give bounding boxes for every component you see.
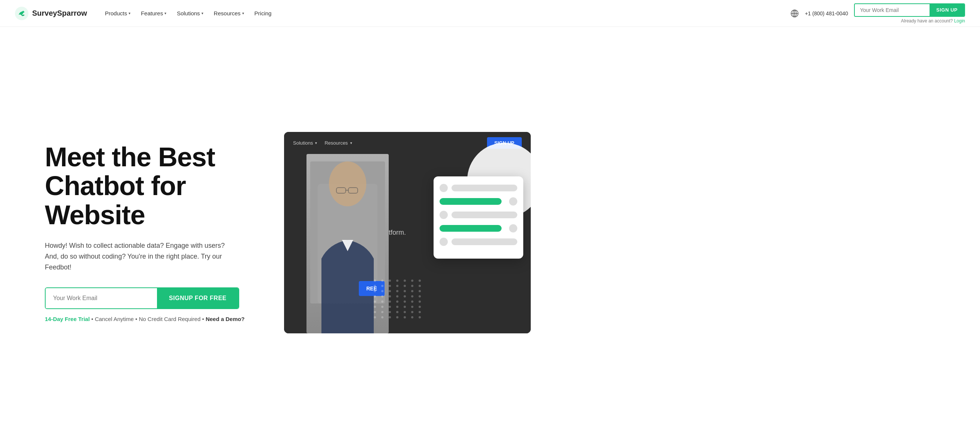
mockup-resources-link: Resources ▾: [325, 140, 352, 146]
dot-grid-item: [374, 316, 376, 319]
dot-grid-item: [418, 290, 421, 292]
dot-grid-item: [396, 295, 398, 298]
chat-avatar-1: [439, 184, 448, 192]
chat-bubble-5: [452, 239, 517, 245]
dot-grid: // Will render dots via JS below: [374, 280, 423, 319]
dot-grid-item: [411, 295, 414, 298]
dot-grid-item: [389, 316, 391, 319]
dot-grid-item: [389, 295, 391, 298]
svg-point-7: [329, 161, 366, 206]
dot-grid-item: [404, 280, 406, 282]
dot-grid-item: [396, 285, 398, 287]
chat-bubble-green-2: [439, 225, 501, 232]
chevron-down-icon: ▾: [202, 11, 203, 15]
dot-grid-item: [418, 316, 421, 319]
hero-section: Meet the Best Chatbot for Website Howdy!…: [0, 27, 980, 438]
logo[interactable]: SurveySparrow: [15, 7, 87, 20]
dot-grid-item: [389, 280, 391, 282]
mockup-nav-links: Solutions ▾ Resources ▾: [293, 140, 352, 146]
trial-text: 14-Day Free Trial: [45, 316, 90, 322]
nav-solutions[interactable]: Solutions ▾: [172, 7, 208, 19]
chat-avatar-2: [509, 197, 517, 205]
hero-mockup: Solutions ▾ Resources ▾ SIGN UP: [284, 132, 531, 333]
dot-grid-item: [411, 306, 414, 308]
dot-grid-item: [404, 316, 406, 319]
dot-grid-item: [411, 316, 414, 319]
dot-grid-item: [411, 290, 414, 292]
hero-signup-button[interactable]: SIGNUP FOR FREE: [157, 288, 239, 308]
login-link[interactable]: Login: [954, 18, 965, 24]
dot-grid-item: [418, 306, 421, 308]
navbar-right: +1 (800) 481-0040 SIGN UP Already have a…: [791, 3, 965, 24]
mockup-solutions-link: Solutions ▾: [293, 140, 317, 146]
globe-icon[interactable]: [791, 10, 799, 18]
dot-grid-item: [389, 285, 391, 287]
tagline-middle: • Cancel Anytime • No Credit Card Requir…: [90, 316, 205, 322]
dot-grid-item: [381, 301, 383, 303]
email-signup-row: SIGN UP: [854, 3, 965, 17]
navbar-left: SurveySparrow Products ▾ Features ▾ Solu…: [15, 7, 276, 20]
navbar-signup-button[interactable]: SIGN UP: [929, 4, 964, 16]
already-account-text: Already have an account? Login: [901, 18, 965, 24]
mockup-platform-text: tform.: [389, 229, 406, 237]
navbar-email-signup: SIGN UP Already have an account? Login: [854, 3, 965, 24]
mockup-body: tform. REE: [284, 154, 531, 333]
nav-resources[interactable]: Resources ▾: [209, 7, 248, 19]
dot-grid-item: [381, 290, 383, 292]
dot-grid-item: [374, 301, 376, 303]
chevron-down-icon: ▾: [242, 11, 244, 15]
logo-text: SurveySparrow: [32, 9, 87, 18]
dot-grid-item: [411, 301, 414, 303]
dot-grid-item: [418, 295, 421, 298]
dot-grid-item: [381, 306, 383, 308]
chat-bubble-green-1: [439, 198, 501, 205]
chat-bubble-1: [452, 185, 517, 191]
dot-grid-item: [396, 306, 398, 308]
hero-email-form: SIGNUP FOR FREE: [45, 287, 239, 309]
chat-avatar-3: [439, 211, 448, 219]
dot-grid-item: [404, 306, 406, 308]
chat-row-4: [439, 224, 517, 233]
svg-point-1: [22, 11, 24, 12]
dot-grid-item: [404, 301, 406, 303]
dot-grid-item: [404, 285, 406, 287]
logo-icon: [15, 7, 29, 20]
dot-grid-item: [389, 290, 391, 292]
dot-grid-item: [381, 285, 383, 287]
hero-title: Meet the Best Chatbot for Website: [45, 143, 254, 230]
chat-row-1: [439, 184, 517, 192]
hero-email-input[interactable]: [46, 288, 157, 308]
dot-grid-item: [389, 306, 391, 308]
dot-grid-item: [418, 311, 421, 313]
chat-card: [434, 177, 523, 259]
dot-grid-item: [381, 311, 383, 313]
chat-row-5: [439, 238, 517, 246]
chevron-down-icon: ▾: [164, 11, 166, 15]
nav-products[interactable]: Products ▾: [100, 7, 135, 19]
dot-grid-item: [374, 311, 376, 313]
dot-grid-item: [411, 311, 414, 313]
chat-avatar-4: [509, 224, 517, 233]
dot-grid-item: [418, 285, 421, 287]
chevron-down-icon: ▾: [129, 11, 130, 15]
hero-description: Howdy! Wish to collect actionable data? …: [45, 240, 232, 272]
nav-features[interactable]: Features ▾: [137, 7, 171, 19]
navbar-email-input[interactable]: [855, 4, 929, 16]
hero-left: Meet the Best Chatbot for Website Howdy!…: [45, 143, 254, 323]
dot-grid-item: [404, 311, 406, 313]
phone-number: +1 (800) 481-0040: [805, 10, 848, 16]
dot-grid-item: [418, 280, 421, 282]
dot-grid-item: [396, 290, 398, 292]
dot-grid-item: [381, 316, 383, 319]
dot-grid-item: [418, 301, 421, 303]
dot-grid-item: [396, 301, 398, 303]
dot-grid-item: [396, 316, 398, 319]
dot-grid-item: [389, 311, 391, 313]
nav-links: Products ▾ Features ▾ Solutions ▾ Resour…: [100, 7, 276, 19]
chat-avatar-5: [439, 238, 448, 246]
chat-row-3: [439, 211, 517, 219]
nav-pricing[interactable]: Pricing: [250, 7, 276, 19]
dot-grid-item: [374, 280, 376, 282]
chat-row-2: [439, 197, 517, 205]
hero-tagline: 14-Day Free Trial • Cancel Anytime • No …: [45, 316, 254, 322]
